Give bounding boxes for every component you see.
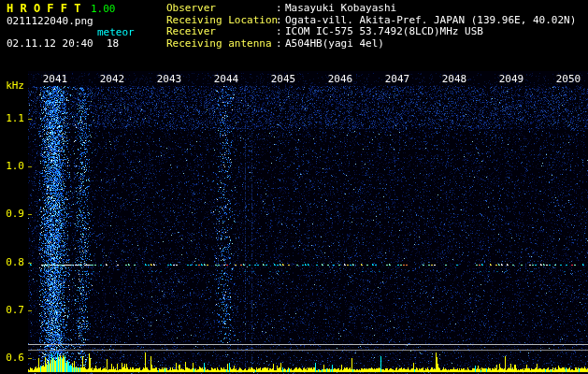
info-value-antenna: A504HB(yagi 4el) xyxy=(285,38,384,50)
echo-count: 18 xyxy=(107,38,119,50)
time-label-2050: 2050 xyxy=(554,74,582,85)
info-separator: : xyxy=(276,38,285,50)
time-label-2049: 2049 xyxy=(497,74,525,85)
info-row-observer: Observer : Masayuki Kobayashi xyxy=(166,3,396,14)
freq-label-0-6: 0.6 xyxy=(0,352,24,364)
info-value-receiver: ICOM IC-575 53.7492(8LCD)MHz USB xyxy=(285,26,483,37)
time-label-2048: 2048 xyxy=(440,74,468,85)
time-label-2046: 2046 xyxy=(326,74,354,85)
freq-label-0-7: 0.7 xyxy=(0,305,24,316)
info-row-antenna: Receiving antenna : A504HB(yagi 4el) xyxy=(166,38,384,50)
app-version: 1.00 xyxy=(91,4,116,15)
freq-label-0-9: 0.9 xyxy=(0,209,24,220)
time-label-2043: 2043 xyxy=(155,74,183,85)
info-label-observer: Observer xyxy=(166,3,276,14)
info-separator: : xyxy=(276,3,285,14)
freq-unit-label: kHz xyxy=(0,80,24,92)
app-title: H R O F F T xyxy=(7,3,80,15)
info-label-receiver: Receiver xyxy=(166,26,276,37)
time-label-2045: 2045 xyxy=(269,74,297,85)
info-label-antenna: Receiving antenna xyxy=(166,38,276,50)
time-label-2042: 2042 xyxy=(98,74,126,85)
datetime-label: 02.11.12 20:40 xyxy=(7,38,93,50)
info-row-receiver: Receiver : ICOM IC-575 53.7492(8LCD)MHz … xyxy=(166,26,483,37)
hrofft-output-window: H R O F F T 1.00 0211122040.png meteor 0… xyxy=(0,0,588,374)
freq-label-1-1: 1.1 xyxy=(0,113,24,124)
output-filename: 0211122040.png xyxy=(7,16,93,27)
info-value-observer: Masayuki Kobayashi xyxy=(285,3,396,14)
time-label-2047: 2047 xyxy=(383,74,411,85)
info-separator: : xyxy=(276,26,285,37)
freq-label-0-8: 0.8 xyxy=(0,257,24,268)
time-label-2044: 2044 xyxy=(212,74,240,85)
time-label-2041: 2041 xyxy=(41,74,69,85)
spectrogram-canvas xyxy=(0,0,588,374)
freq-label-1-0: 1.0 xyxy=(0,161,24,172)
